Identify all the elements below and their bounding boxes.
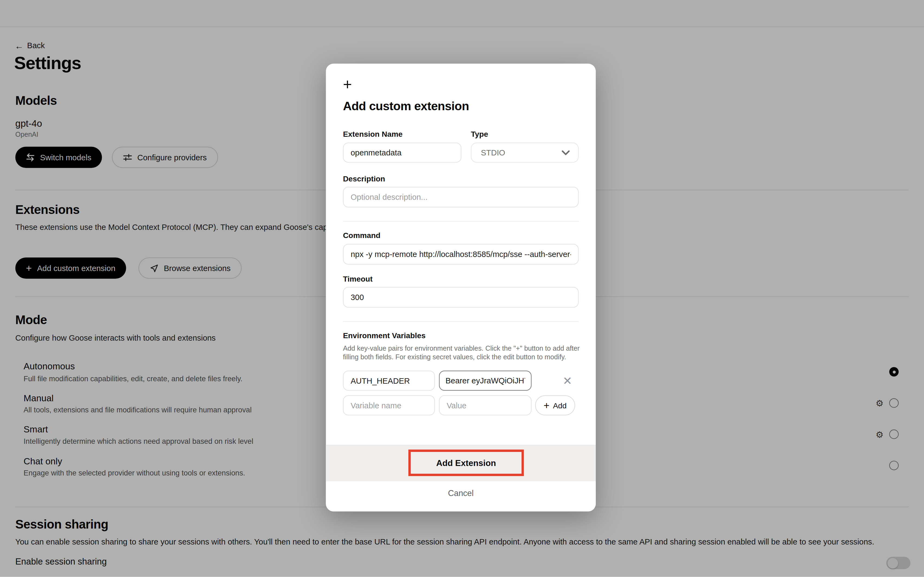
env-value-input-2[interactable] (439, 395, 532, 415)
modal-divider (343, 221, 579, 221)
close-icon[interactable]: ✕ (563, 375, 572, 386)
timeout-input[interactable] (343, 287, 579, 308)
type-select[interactable]: STDIO (471, 143, 579, 163)
extension-name-label: Extension Name (343, 130, 402, 139)
add-extension-button[interactable]: Add Extension (408, 450, 524, 476)
plus-icon: + (543, 400, 550, 411)
add-env-var-button[interactable]: + Add (535, 395, 575, 415)
chevron-down-icon (562, 150, 570, 155)
add-custom-extension-modal: + Add custom extension Extension Name Ty… (326, 64, 596, 511)
modal-title: Add custom extension (343, 99, 469, 113)
modal-cancel-band: Cancel (326, 482, 596, 511)
env-vars-help-line1: Add key-value pairs for environment vari… (343, 344, 579, 352)
cancel-button[interactable]: Cancel (326, 488, 596, 498)
env-value-input-1[interactable] (439, 371, 532, 391)
env-key-input-2[interactable] (343, 395, 435, 415)
screenshot-stage: ← Back Settings Models gpt-4o OpenAI Swi… (0, 0, 924, 577)
description-label: Description (343, 174, 385, 183)
type-label: Type (471, 130, 488, 139)
command-label: Command (343, 231, 380, 240)
env-vars-help-line2: filling both fields. For existing secret… (343, 353, 566, 360)
plus-icon: + (343, 77, 352, 92)
command-input[interactable] (343, 244, 579, 264)
timeout-label: Timeout (343, 274, 373, 284)
description-input[interactable] (343, 187, 579, 207)
modal-divider (343, 321, 579, 322)
extension-name-input[interactable] (343, 143, 461, 163)
env-key-input-1[interactable] (343, 371, 435, 391)
add-env-var-label: Add (553, 401, 566, 410)
environment-variables-heading: Environment Variables (343, 331, 426, 340)
type-select-value: STDIO (481, 148, 562, 157)
